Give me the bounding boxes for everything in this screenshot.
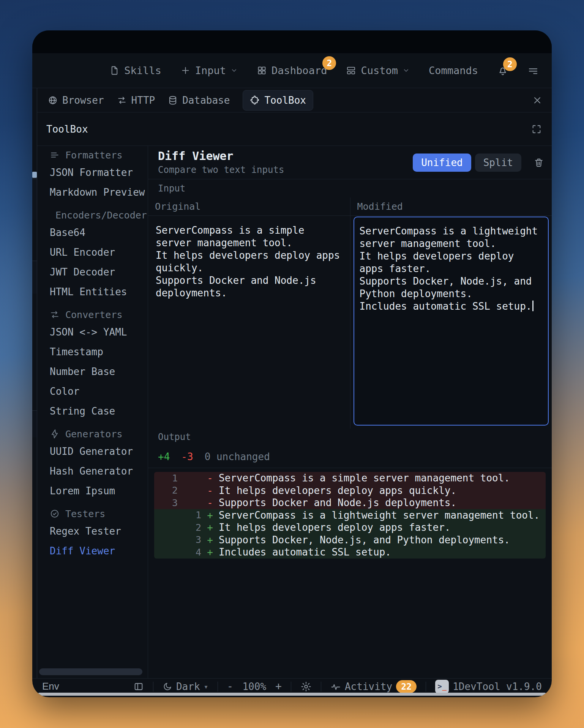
sidebar-item-lorem-ipsum[interactable]: Lorem Ipsum: [50, 481, 148, 501]
activity-label: Activity: [345, 681, 392, 692]
new-line-number: 1: [178, 510, 201, 521]
sidebar-item-regex-tester[interactable]: Regex Tester: [50, 521, 148, 541]
old-line-number: 1: [154, 473, 178, 484]
tool-subtitle: Compare two text inputs: [158, 165, 284, 175]
new-line-number: 3: [178, 534, 201, 545]
unified-mode-button[interactable]: Unified: [413, 154, 471, 172]
diff-sign: +: [201, 522, 219, 533]
background-panel-remnant: [32, 172, 37, 178]
divider: [218, 682, 218, 692]
sidebar-item-json-formatter[interactable]: JSON Formatter: [50, 163, 148, 182]
split-mode-button[interactable]: Split: [475, 154, 521, 172]
expand-icon: [531, 124, 542, 135]
sidebar-item-timestamp[interactable]: Timestamp: [50, 342, 148, 362]
layout-icon: [346, 65, 356, 76]
tab-browser[interactable]: Browser: [48, 95, 104, 106]
notifications-button[interactable]: 2: [497, 65, 508, 76]
sidebar-toggle-button[interactable]: [133, 681, 144, 692]
diff-row: 3-Supports Docker and Node.js deployment…: [154, 497, 546, 509]
nav-item-dashboard[interactable]: Dashboard2: [257, 65, 327, 76]
diff-sign: +: [201, 510, 219, 521]
zoom-in-button[interactable]: +: [275, 680, 282, 693]
sidebar-item-uuid-generator[interactable]: UUID Generator: [50, 442, 148, 461]
diff-row: 2-It helps developers deploy apps quickl…: [154, 484, 546, 497]
zoom-out-button[interactable]: -: [227, 680, 234, 693]
nav-item-skills[interactable]: Skills: [109, 65, 161, 76]
diff-row: 1+ServerCompass is a lightweight server …: [154, 509, 546, 522]
lightning-icon: [50, 429, 60, 439]
tab-label: Database: [182, 95, 230, 106]
tool-header: Diff Viewer Compare two text inputs Unif…: [148, 146, 552, 179]
sidebar-section-formatters: FormattersJSON FormatterMarkdown Preview: [50, 147, 148, 202]
nav-item-label: Skills: [124, 65, 161, 76]
close-panel-button[interactable]: [532, 95, 543, 106]
sidebar-item-string-case[interactable]: String Case: [50, 401, 148, 421]
diff-line-text: ServerCompass is a simple server managem…: [219, 472, 510, 484]
sidebar-section-label: Formatters: [65, 150, 123, 161]
sidebar-section-header: Formatters: [50, 147, 148, 163]
original-textarea[interactable]: ServerCompass is a simple server managem…: [148, 216, 350, 308]
nav-item-custom[interactable]: Custom: [346, 65, 410, 76]
sidebar-section-label: Encoders/Decoders: [55, 210, 148, 221]
tab-http[interactable]: HTTP: [117, 95, 155, 106]
modified-textarea[interactable]: ServerCompass is a lightweight server ma…: [354, 217, 549, 426]
diff-row: 2+It helps developers deploy apps faster…: [154, 521, 546, 534]
sidebar-item-hash-generator[interactable]: Hash Generator: [50, 461, 148, 481]
fullscreen-button[interactable]: [531, 124, 542, 135]
background-panel-remnant: [32, 410, 37, 437]
diff-box: 1-ServerCompass is a simple server manag…: [154, 472, 546, 559]
sidebar-item-jwt-decoder[interactable]: JWT Decoder: [50, 262, 148, 282]
activity-icon: [330, 681, 341, 692]
nav-item-input[interactable]: Input: [180, 65, 238, 76]
sidebar-scrollbar[interactable]: [39, 668, 142, 675]
added-count: +4: [158, 451, 170, 462]
sidebar-item-json-yaml[interactable]: JSON <-> YAML: [50, 322, 148, 342]
window-bottom-bar: [38, 693, 546, 696]
check-circle-icon: [50, 509, 60, 519]
activity-icon: [330, 681, 341, 692]
trash-icon: [533, 157, 544, 168]
menu-button[interactable]: [527, 65, 539, 76]
sidebar-item-markdown-preview[interactable]: Markdown Preview: [50, 182, 148, 202]
grid-icon: [257, 65, 267, 76]
modified-column: Modified ServerCompass is a lightweight …: [350, 198, 552, 429]
activity-button[interactable]: Activity 22: [330, 680, 417, 693]
diff-sign: +: [201, 546, 219, 558]
sidebar-item-url-encoder[interactable]: URL Encoder: [50, 242, 148, 262]
sidebar-section-testers: TestersRegex TesterDiff Viewer: [50, 506, 148, 561]
puzzle-icon: [250, 95, 260, 105]
zoom-controls: - 100% +: [227, 680, 282, 693]
clear-button[interactable]: [533, 157, 544, 168]
settings-button[interactable]: [300, 681, 312, 692]
nav-item-label: Dashboard: [271, 65, 327, 76]
panel-icon: [133, 681, 144, 692]
theme-selector[interactable]: Dark ▾: [163, 681, 208, 692]
modified-body: ServerCompass is a lightweight server ma…: [350, 216, 552, 429]
app-version-group: >_ 1DevTool v1.9.0: [435, 680, 542, 693]
env-selector[interactable]: Env: [42, 681, 59, 692]
sidebar-section-header: Testers: [50, 506, 148, 521]
sidebar-item-base64[interactable]: Base64: [50, 223, 148, 242]
sidebar-section-header: Encoders/Decoders: [50, 207, 148, 223]
menu-icon: [527, 65, 539, 76]
diff-line-text: Supports Docker and Node.js deployments.: [219, 497, 456, 508]
sidebar-item-html-entities[interactable]: HTML Entities: [50, 282, 148, 302]
sidebar-item-color[interactable]: Color: [50, 381, 148, 401]
view-mode-toggle: Unified Split: [413, 154, 544, 172]
panel-title: ToolBox: [46, 123, 88, 135]
diff-sign: -: [201, 485, 219, 496]
sidebar-item-diff-viewer[interactable]: Diff Viewer: [50, 541, 148, 561]
activity-badge: 22: [396, 680, 417, 693]
diff-stats: +4 -3 0 unchanged: [148, 445, 552, 468]
theme-label: Dark: [176, 681, 200, 692]
diff-sign: +: [201, 534, 219, 546]
tab-label: HTTP: [131, 95, 155, 106]
tab-database[interactable]: Database: [168, 95, 230, 106]
new-line-number: 2: [178, 522, 201, 533]
tab-toolbox[interactable]: ToolBox: [243, 90, 313, 111]
sidebar-item-number-base[interactable]: Number Base: [50, 362, 148, 381]
status-bar-controls: Dark ▾ - 100% + Activity 22 >_ 1DevTool …: [133, 680, 542, 693]
divider: [153, 682, 153, 692]
nav-item-commands[interactable]: Commands: [429, 65, 478, 76]
divider: [291, 682, 291, 692]
